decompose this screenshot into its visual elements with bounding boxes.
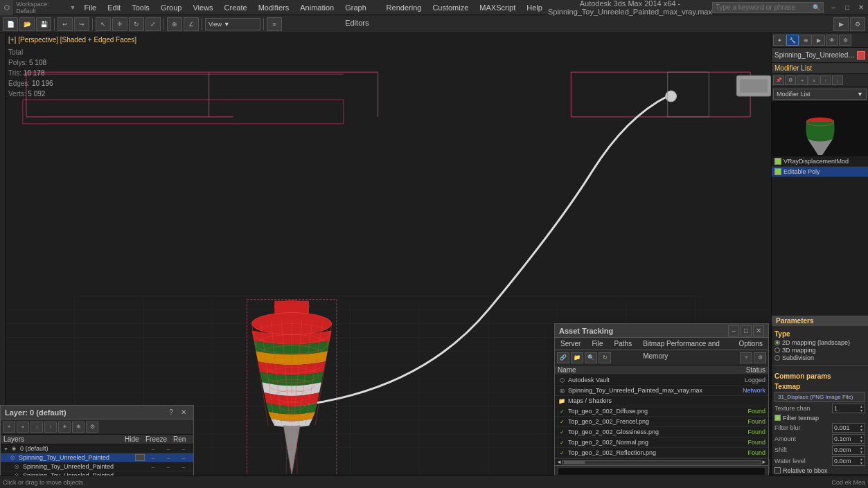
- menu-group[interactable]: Group: [155, 0, 188, 15]
- layer-freeze-spinning-1[interactable]: –: [161, 455, 175, 461]
- layer-item-spinning-2[interactable]: ◎ Spinning_Toy_Unreeled_Painted – – –: [1, 462, 193, 471]
- layer-render-spinning-1[interactable]: –: [177, 455, 191, 461]
- filter-blur-arrows[interactable]: ▲ ▼: [860, 424, 863, 432]
- move-button[interactable]: ✛: [112, 17, 127, 31]
- modifier-checkbox-editable-poly[interactable]: [774, 168, 781, 175]
- asset-menu-paths[interactable]: Paths: [609, 338, 638, 350]
- modifier-item-editable-poly[interactable]: Editable Poly: [772, 167, 868, 177]
- close-button[interactable]: ✕: [854, 0, 868, 15]
- asset-menu-options[interactable]: Options: [734, 338, 768, 350]
- asset-toolbar-btn3[interactable]: 🔍: [585, 352, 597, 363]
- asset-panel-maximize-button[interactable]: □: [741, 325, 752, 336]
- type-radio-2d[interactable]: 2D mapping (landscape): [774, 339, 865, 346]
- asset-item-diffuse[interactable]: ✓ Top_geo_2_002_Diffuse.png Found: [555, 406, 768, 417]
- scale-button[interactable]: ⤢: [145, 17, 161, 31]
- open-button[interactable]: 📂: [19, 17, 35, 31]
- amount-down[interactable]: ▼: [860, 439, 863, 443]
- filter-blur-spinner[interactable]: 0.001 ▲ ▼: [832, 423, 865, 433]
- filter-texmap-checkbox[interactable]: ✓: [774, 415, 781, 421]
- layers-delete-button[interactable]: ×: [17, 422, 29, 433]
- layer-hide-spinning-2[interactable]: –: [146, 464, 160, 470]
- rp-icon-hierarchy[interactable]: ⊕: [799, 35, 812, 46]
- minimize-button[interactable]: –: [826, 0, 840, 15]
- layers-freeze-button[interactable]: ❄: [72, 422, 85, 433]
- menu-file[interactable]: File: [78, 0, 102, 15]
- angle-snap-button[interactable]: ∠: [184, 17, 199, 31]
- layer-freeze-default[interactable]: –: [161, 446, 175, 452]
- layers-select-objects-button[interactable]: ↑: [44, 422, 57, 433]
- shift-spinner[interactable]: 0.0cm ▲ ▼: [832, 445, 865, 455]
- amount-arrows[interactable]: ▲ ▼: [860, 435, 863, 443]
- mod-add-button[interactable]: +: [797, 75, 808, 85]
- undo-button[interactable]: ↩: [57, 17, 73, 31]
- menu-tools[interactable]: Tools: [126, 0, 155, 15]
- layer-item-spinning-1[interactable]: ◎ Spinning_Toy_Unreeled_Painted – – –: [1, 453, 193, 462]
- asset-path-field[interactable]: [558, 467, 765, 476]
- asset-scroll-right-arrow[interactable]: ►: [761, 459, 767, 465]
- asset-item-maps[interactable]: 📁 Maps / Shaders: [555, 396, 768, 406]
- texmap-value[interactable]: 31_Displace (PNG Image File): [774, 392, 865, 402]
- layers-highlight-button[interactable]: ☀: [58, 422, 71, 433]
- rp-icon-utilities[interactable]: ⚙: [839, 35, 851, 46]
- texture-chan-spinner[interactable]: 1 ▲ ▼: [832, 404, 865, 413]
- asset-toolbar-btn1[interactable]: 🔗: [557, 352, 569, 363]
- layer-manager-button[interactable]: ≡: [267, 17, 282, 31]
- layers-question-button[interactable]: ?: [166, 407, 177, 418]
- asset-item-max[interactable]: ◎ Spinning_Toy_Unreeled_Painted_max_vray…: [555, 386, 768, 396]
- filter-blur-down[interactable]: ▼: [860, 428, 863, 432]
- asset-panel-minimize-button[interactable]: –: [728, 325, 739, 336]
- menu-animation[interactable]: Animation: [294, 0, 339, 15]
- texture-chan-down[interactable]: ▼: [860, 408, 863, 413]
- asset-scroll-thumb[interactable]: [564, 461, 585, 464]
- menu-rendering[interactable]: Rendering: [381, 0, 427, 15]
- modifier-checkbox-vray[interactable]: [774, 158, 781, 165]
- layer-hide-spinning-1[interactable]: –: [146, 455, 160, 461]
- mod-up-button[interactable]: ↑: [820, 75, 831, 85]
- layers-add-selection-button[interactable]: ↓: [30, 422, 43, 433]
- water-level-down[interactable]: ▼: [860, 461, 863, 465]
- render-settings-button[interactable]: ⚙: [850, 17, 865, 31]
- menu-views[interactable]: Views: [187, 0, 218, 15]
- rp-icon-motion[interactable]: ▶: [813, 35, 825, 46]
- layer-checkbox-1[interactable]: [135, 454, 145, 461]
- select-button[interactable]: ↖: [96, 17, 111, 31]
- asset-scrollbar[interactable]: ◄ ►: [555, 458, 768, 465]
- rp-icon-display[interactable]: 👁: [826, 35, 838, 46]
- radio-subdiv-dot[interactable]: [774, 355, 780, 361]
- shift-arrows[interactable]: ▲ ▼: [860, 446, 863, 454]
- redo-button[interactable]: ↪: [74, 17, 89, 31]
- mod-configure-button[interactable]: ⚙: [785, 75, 796, 85]
- type-radio-subdiv[interactable]: Subdivision: [774, 354, 865, 361]
- menu-create[interactable]: Create: [219, 0, 253, 15]
- asset-scroll-track[interactable]: [562, 460, 761, 464]
- texture-chan-arrows[interactable]: ▲ ▼: [860, 404, 863, 413]
- layer-render-default[interactable]: –: [177, 446, 191, 452]
- type-radio-3d[interactable]: 3D mapping: [774, 347, 865, 354]
- asset-menu-bitmap[interactable]: Bitmap Performance and Memory: [637, 338, 733, 350]
- layers-new-button[interactable]: +: [3, 422, 15, 433]
- new-button[interactable]: 📄: [3, 17, 18, 31]
- asset-panel-close-button[interactable]: ✕: [753, 325, 764, 336]
- layer-render-spinning-2[interactable]: –: [177, 464, 191, 470]
- asset-toolbar-btn4[interactable]: ↻: [599, 352, 611, 363]
- mod-down-button[interactable]: ↓: [832, 75, 843, 85]
- rotate-button[interactable]: ↻: [129, 17, 144, 31]
- snap-button[interactable]: ⊕: [167, 17, 182, 31]
- layer-item-default[interactable]: ▼ ◉ 0 (default) – – –: [1, 444, 193, 453]
- asset-item-gloss[interactable]: ✓ Top_geo_2_002_Glossiness.png Found: [555, 427, 768, 437]
- search-box[interactable]: 🔍: [712, 2, 824, 13]
- layer-freeze-spinning-2[interactable]: –: [161, 464, 175, 470]
- layers-close-button[interactable]: ✕: [178, 407, 189, 418]
- modifier-dropdown[interactable]: Modifier List ▼: [773, 89, 867, 100]
- mod-pin-button[interactable]: 📌: [773, 75, 784, 85]
- modifier-item-vray[interactable]: VRayDisplacementMod: [772, 156, 868, 167]
- menu-customize[interactable]: Customize: [427, 0, 474, 15]
- save-button[interactable]: 💾: [36, 17, 51, 31]
- rp-icon-create[interactable]: ✦: [773, 35, 786, 46]
- asset-item-frencel[interactable]: ✓ Top_geo_2_002_Frencel.png Found: [555, 417, 768, 427]
- asset-menu-server[interactable]: Server: [555, 338, 586, 350]
- water-level-arrows[interactable]: ▲ ▼: [860, 457, 863, 465]
- asset-toolbar-help[interactable]: ?: [740, 352, 752, 363]
- layers-settings-button[interactable]: ⚙: [86, 422, 98, 433]
- asset-toolbar-settings[interactable]: ⚙: [754, 352, 766, 363]
